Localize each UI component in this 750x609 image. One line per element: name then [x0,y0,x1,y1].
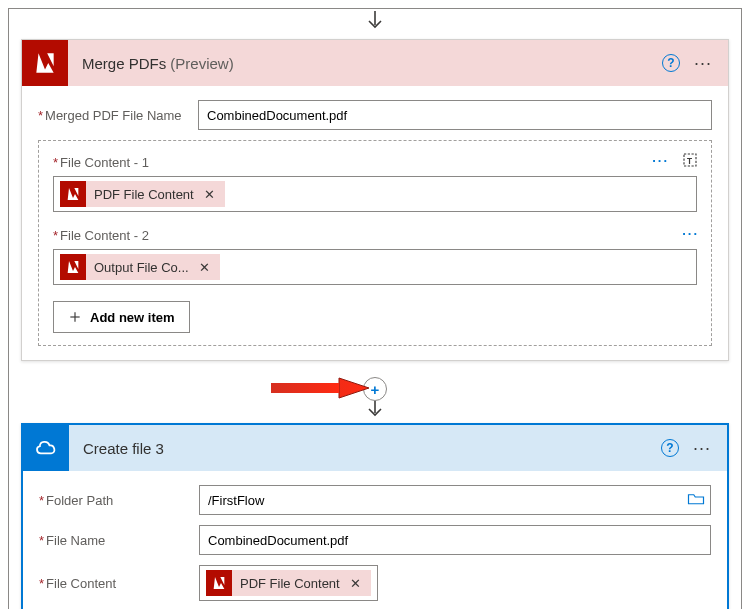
merged-filename-label: * Merged PDF File Name [38,108,198,123]
folder-picker-icon[interactable] [687,492,705,509]
remove-token-icon[interactable]: ✕ [348,576,363,591]
create-header-actions: ? ··· [661,439,717,457]
file-contents-array: ··· T *File Content - 1 [38,140,712,346]
arrow-down-icon [365,11,385,33]
add-item-label: Add new item [90,310,175,325]
merged-filename-input[interactable] [198,100,712,130]
connector: + [9,371,741,423]
pdf-file-content-token[interactable]: PDF File Content ✕ [60,181,225,207]
file-name-label: *File Name [39,533,199,548]
remove-token-icon[interactable]: ✕ [202,187,217,202]
pdf-file-content-token[interactable]: PDF File Content ✕ [206,570,371,596]
incoming-connector [9,9,741,39]
fc1-label-text: File Content - 1 [60,155,149,170]
file-content-input[interactable]: PDF File Content ✕ [199,565,378,601]
merged-filename-row: * Merged PDF File Name [38,100,712,130]
fc2-label-text: File Content - 2 [60,228,149,243]
create-file-title: Create file 3 [69,440,661,457]
create-title-text: Create file 3 [83,440,164,457]
callout-arrow-icon [271,371,371,405]
pdf-logo-icon [32,50,58,76]
create-file-header[interactable]: Create file 3 ? ··· [23,425,727,471]
output-file-content-token[interactable]: Output File Co... ✕ [60,254,220,280]
more-menu-icon[interactable]: ··· [693,443,711,453]
fc2-actions: ··· [682,226,699,241]
svg-rect-5 [271,383,339,393]
cloud-icon [32,434,60,462]
file-content-1-input[interactable]: PDF File Content ✕ [53,176,697,212]
merge-pdfs-card: Merge PDFs (Preview) ? ··· * Merged PDF … [21,39,729,361]
file-content-row: *File Content PDF File Content ✕ [39,565,711,601]
fc2-menu-icon[interactable]: ··· [682,226,699,241]
merge-header-actions: ? ··· [662,54,718,72]
filename-label-text: File Name [46,533,105,548]
merge-pdfs-title: Merge PDFs (Preview) [68,55,662,72]
plus-icon [68,310,82,324]
content-label-text: File Content [46,576,116,591]
folder-label-text: Folder Path [46,493,113,508]
adobe-mini-icon [206,570,232,596]
merge-title-text: Merge PDFs [82,55,166,72]
help-icon[interactable]: ? [662,54,680,72]
preview-tag: (Preview) [170,55,233,72]
create-file-card: Create file 3 ? ··· *Folder Path [21,423,729,609]
file-content-1-group: *File Content - 1 PDF File Content ✕ [53,155,697,212]
adobe-mini-icon [60,181,86,207]
adobe-icon [22,40,68,86]
adobe-mini-icon [60,254,86,280]
merge-card-body: * Merged PDF File Name ··· T [22,86,728,360]
folder-path-row: *Folder Path [39,485,711,515]
folder-path-label: *Folder Path [39,493,199,508]
file-content-1-label: *File Content - 1 [53,155,697,170]
file-content-2-label: *File Content - 2 [53,228,697,243]
file-content-2-input[interactable]: Output File Co... ✕ [53,249,697,285]
file-content-label: *File Content [39,576,199,591]
more-menu-icon[interactable]: ··· [694,58,712,68]
flow-canvas: Merge PDFs (Preview) ? ··· * Merged PDF … [8,8,742,609]
content-token-text: PDF File Content [240,576,340,591]
merged-filename-label-text: Merged PDF File Name [45,108,182,123]
merge-pdfs-header[interactable]: Merge PDFs (Preview) ? ··· [22,40,728,86]
folder-path-input[interactable] [199,485,711,515]
file-content-2-group: ··· *File Content - 2 Output File Co... … [53,228,697,285]
add-new-item-button[interactable]: Add new item [53,301,190,333]
file-name-input[interactable] [199,525,711,555]
remove-token-icon[interactable]: ✕ [197,260,212,275]
onedrive-icon [23,425,69,471]
create-card-body: *Folder Path *File Name [23,471,727,609]
fc1-token-text: PDF File Content [94,187,194,202]
file-name-row: *File Name [39,525,711,555]
required-star: * [38,108,43,123]
help-icon[interactable]: ? [661,439,679,457]
fc2-token-text: Output File Co... [94,260,189,275]
